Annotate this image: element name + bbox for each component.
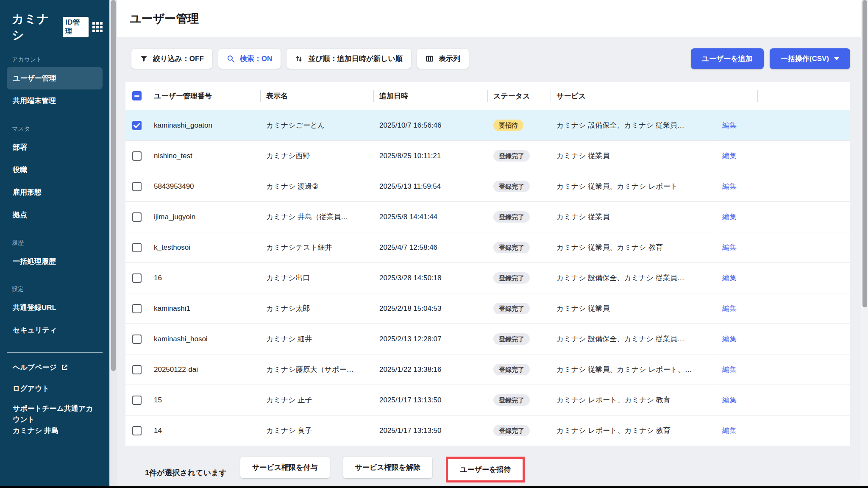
cell-edit: 編集 (716, 293, 757, 323)
sidebar-item-common-registration-url[interactable]: 共通登録URL (7, 296, 103, 319)
status-badge: 登録完了 (493, 181, 530, 192)
sidebar-item-label: 拠点 (13, 210, 27, 219)
invite-highlight-frame: ユーザーを招待 (446, 457, 525, 482)
edit-link[interactable]: 編集 (722, 395, 737, 405)
sort-button[interactable]: 並び順：追加日時が新しい順 (287, 49, 411, 69)
bulk-operation-button[interactable]: 一括操作(CSV) (770, 48, 850, 69)
table-row[interactable]: kaminashi_hosoi カミナシ 細井 2025/2/13 12:28:… (125, 323, 850, 354)
table-row[interactable]: kaminashi_goaton カミナシごーとん 2025/10/7 16:5… (125, 110, 850, 140)
columns-button[interactable]: 表示列 (417, 49, 469, 69)
cell-added-datetime: 2025/5/13 11:59:54 (373, 182, 487, 191)
table-row[interactable]: 20250122-dai カミナシ藤原大（サポー… 2025/1/22 13:3… (125, 354, 850, 385)
revoke-label: サービス権限を解除 (355, 463, 421, 471)
table-row[interactable]: nishino_test カミナシ西野 2025/8/25 10:11:21 登… (125, 140, 850, 171)
edit-link[interactable]: 編集 (722, 212, 737, 222)
sidebar-item-help[interactable]: ヘルプページ (7, 357, 103, 378)
cell-added-datetime: 2025/3/28 14:50:18 (373, 274, 487, 282)
sidebar-item-user-management[interactable]: ユーザー管理 (7, 67, 103, 89)
cell-display-name: カミナシ 井島（従業員… (260, 212, 373, 222)
cell-services: カミナシ 従業員、カミナシ 教育 (551, 243, 716, 252)
edit-link[interactable]: 編集 (722, 120, 737, 130)
cell-services: カミナシ 設備保全、カミナシ 従業員… (551, 273, 716, 283)
brand-badge: ID管理 (63, 17, 89, 37)
page-scrollbar[interactable] (861, 0, 868, 488)
row-checkbox[interactable] (132, 426, 142, 435)
grant-service-permission-button[interactable]: サービス権限を付与 (240, 457, 330, 478)
row-checkbox-cell (125, 212, 148, 222)
row-checkbox-cell (125, 273, 148, 283)
sidebar-item-department[interactable]: 部署 (7, 136, 103, 159)
edit-link[interactable]: 編集 (722, 181, 737, 191)
revoke-service-permission-button[interactable]: サービス権限を解除 (343, 457, 433, 478)
row-checkbox[interactable] (132, 273, 142, 283)
row-checkbox-cell (125, 151, 148, 161)
table-row[interactable]: k_testhosoi カミナシテスト細井 2025/4/7 12:58:46 … (125, 232, 850, 262)
column-header-status: ステータス (487, 82, 551, 110)
cell-edit: 編集 (716, 232, 757, 262)
cell-display-name: カミナシ西野 (260, 151, 373, 161)
column-header-edit (716, 82, 757, 110)
cell-user-id: kaminashi_goaton (148, 121, 260, 130)
table-row[interactable]: kaminashi1 カミナシ太郎 2025/2/18 15:04:53 登録完… (125, 293, 850, 323)
sidebar-item-label: ユーザー管理 (13, 74, 56, 83)
cell-user-id: nishino_test (148, 152, 260, 160)
selection-action-bar: 1件が選択されています サービス権限を付与 サービス権限を解除 ユーザーを招待 (125, 446, 850, 488)
invite-user-button[interactable]: ユーザーを招待 (448, 459, 523, 480)
chevron-down-icon (834, 57, 839, 61)
row-checkbox[interactable] (132, 243, 142, 252)
sidebar-item-bulk-history[interactable]: 一括処理履歴 (7, 250, 103, 273)
edit-link[interactable]: 編集 (722, 426, 737, 435)
app-grid-icon[interactable] (92, 22, 103, 32)
table-row[interactable]: 14 カミナシ 良子 2025/1/17 13:13:50 登録完了 カミナシ … (125, 415, 850, 446)
cell-added-datetime: 2025/5/8 14:41:44 (373, 213, 487, 221)
cell-services: カミナシ 従業員、カミナシ レポート (551, 181, 716, 191)
add-user-button[interactable]: ユーザーを追加 (691, 48, 764, 69)
row-checkbox[interactable] (132, 182, 142, 191)
table-row[interactable]: 15 カミナシ 正子 2025/1/17 13:13:50 登録完了 カミナシ … (125, 385, 850, 415)
sidebar-item-site[interactable]: 拠点 (7, 204, 103, 226)
edit-link[interactable]: 編集 (722, 334, 737, 344)
filter-button[interactable]: 絞り込み：OFF (131, 49, 212, 69)
edit-link[interactable]: 編集 (722, 273, 737, 283)
row-checkbox[interactable] (132, 212, 142, 222)
cell-user-id: kaminashi_hosoi (148, 335, 260, 343)
table-row[interactable]: 5843953490 カミナシ 渡邊② 2025/5/13 11:59:54 登… (125, 171, 850, 201)
sidebar-item-logout[interactable]: ログアウト (7, 378, 103, 399)
page-scrollbar-thumb[interactable] (862, 0, 867, 307)
row-checkbox-cell (125, 182, 148, 191)
table-row[interactable]: 16 カミナシ出口 2025/3/28 14:50:18 登録完了 カミナシ 設… (125, 262, 850, 293)
page-title: ユーザー管理 (130, 11, 199, 26)
table-header-row: ユーザー管理番号 表示名 追加日時 ステータス サービス (125, 82, 850, 110)
row-checkbox[interactable] (132, 151, 142, 161)
edit-link[interactable]: 編集 (722, 304, 737, 313)
row-checkbox[interactable] (132, 121, 142, 130)
sidebar-scrollbar[interactable] (109, 0, 117, 488)
row-checkbox[interactable] (132, 304, 142, 313)
row-checkbox[interactable] (132, 365, 142, 374)
cell-added-datetime: 2025/10/7 16:56:46 (373, 121, 487, 130)
cell-added-datetime: 2025/2/18 15:04:53 (373, 304, 487, 313)
cell-status: 要招待 (487, 120, 551, 131)
sidebar-item-position[interactable]: 役職 (7, 159, 103, 181)
sidebar-item-label: ログアウト (13, 384, 50, 393)
column-header-empty (757, 82, 850, 110)
row-checkbox-cell (125, 121, 148, 130)
table-row[interactable]: ijima_jugyoin カミナシ 井島（従業員… 2025/5/8 14:4… (125, 201, 850, 232)
sidebar-scrollbar-thumb[interactable] (111, 0, 116, 371)
cell-display-name: カミナシ 細井 (260, 334, 373, 344)
sidebar-item-security[interactable]: セキュリティ (7, 319, 103, 341)
sidebar-item-employment-type[interactable]: 雇用形態 (7, 181, 103, 204)
sidebar-item-shared-device[interactable]: 共用端末管理 (7, 89, 103, 112)
cell-user-id: k_testhosoi (148, 243, 260, 252)
row-checkbox[interactable] (132, 396, 142, 405)
edit-link[interactable]: 編集 (722, 243, 737, 252)
column-header-id: ユーザー管理番号 (148, 82, 260, 110)
cell-display-name: カミナシごーとん (260, 120, 373, 130)
cell-display-name: カミナシ太郎 (260, 304, 373, 313)
select-all-checkbox[interactable] (132, 91, 142, 100)
edit-link[interactable]: 編集 (722, 365, 737, 374)
search-button[interactable]: 検索：ON (218, 49, 281, 69)
edit-link[interactable]: 編集 (722, 151, 737, 161)
header-checkbox-cell (125, 82, 148, 110)
row-checkbox[interactable] (132, 335, 142, 344)
